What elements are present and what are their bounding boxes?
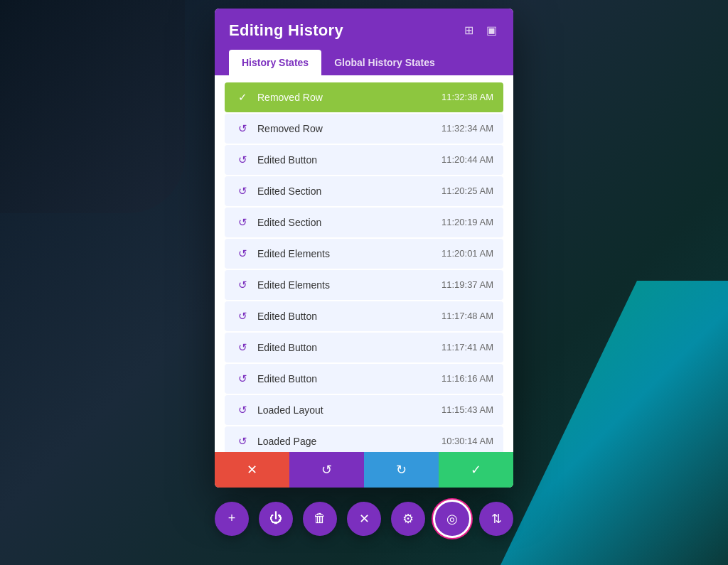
history-item[interactable]: ↺Edited Button11:17:48 AM [225,301,503,331]
item-time: 11:20:01 AM [441,248,493,259]
undo-icon: ↺ [235,402,250,418]
history-item[interactable]: ↺Edited Section11:20:25 AM [225,176,503,206]
panel-title: Editing History [229,21,343,40]
settings-toolbar-button[interactable]: ⚙ [391,502,425,536]
undo-icon: ↺ [235,340,250,355]
item-time: 11:20:19 AM [441,217,493,227]
add-toolbar-button[interactable]: + [215,502,249,536]
tab-history-states[interactable]: History States [229,50,321,75]
panel-container: Editing History ⊞ ▣ History States Globa… [215,9,513,536]
item-time: 11:20:44 AM [441,154,493,165]
history-item[interactable]: ↺Edited Section11:20:19 AM [225,208,503,237]
screenshot-icon[interactable]: ⊞ [461,23,476,38]
editing-history-panel: Editing History ⊞ ▣ History States Globa… [215,9,513,488]
redo-button[interactable]: ↻ [364,452,439,488]
item-label: Edited Elements [257,248,441,259]
power-toolbar-button[interactable]: ⏻ [259,502,293,536]
undo-icon: ↺ [235,152,250,168]
item-time: 11:32:34 AM [441,123,493,134]
history-item[interactable]: ↺Edited Button11:20:44 AM [225,145,503,175]
undo-icon: ↺ [235,215,250,230]
item-time: 11:32:38 AM [441,92,493,102]
sort-toolbar-button[interactable]: ⇅ [479,502,513,536]
panel-title-row: Editing History ⊞ ▣ [229,21,499,40]
columns-icon[interactable]: ▣ [483,23,499,38]
item-label: Loaded Page [257,436,441,447]
item-label: Edited Section [257,217,441,228]
trash-toolbar-button[interactable]: 🗑 [303,502,337,536]
check-icon: ✓ [235,90,250,105]
history-item[interactable]: ↺Edited Button11:16:16 AM [225,364,503,394]
item-label: Edited Button [257,154,441,166]
tabs: History States Global History States [229,50,499,75]
history-item[interactable]: ↺Removed Row11:32:34 AM [225,114,503,144]
confirm-button[interactable]: ✓ [439,452,513,488]
item-time: 11:15:43 AM [441,404,493,415]
item-label: Edited Button [257,373,441,384]
item-time: 11:16:16 AM [441,373,493,384]
item-label: Edited Button [257,311,441,322]
item-label: Loaded Layout [257,404,441,416]
item-time: 10:30:14 AM [441,436,493,446]
history-item[interactable]: ✓Removed Row11:32:38 AM [225,82,503,112]
item-label: Edited Button [257,342,441,353]
undo-icon: ↺ [235,277,250,293]
item-time: 11:17:48 AM [441,311,493,321]
item-time: 11:19:37 AM [441,279,493,290]
undo-icon: ↺ [235,308,250,324]
bg-dark-shape [0,0,185,213]
item-label: Edited Section [257,185,441,197]
item-label: Removed Row [257,123,441,134]
item-label: Edited Elements [257,279,441,291]
bottom-toolbar: +⏻🗑✕⚙◎⇅ [215,502,513,536]
item-label: Removed Row [257,92,441,103]
history-item[interactable]: ↺Loaded Page10:30:14 AM [225,426,503,452]
panel-header-icons: ⊞ ▣ [461,23,499,38]
undo-icon: ↺ [235,183,250,199]
undo-icon: ↺ [235,121,250,136]
history-item[interactable]: ↺Loaded Layout11:15:43 AM [225,395,503,425]
item-time: 11:20:25 AM [441,185,493,196]
history-item[interactable]: ↺Edited Button11:17:41 AM [225,333,503,362]
close-toolbar-button[interactable]: ✕ [347,502,381,536]
undo-button[interactable]: ↺ [289,452,364,488]
item-time: 11:17:41 AM [441,342,493,353]
undo-icon: ↺ [235,246,250,262]
history-item[interactable]: ↺Edited Elements11:20:01 AM [225,239,503,269]
history-list: ✓Removed Row11:32:38 AM↺Removed Row11:32… [215,75,513,452]
cancel-button[interactable]: ✕ [215,452,289,488]
tab-global-history-states[interactable]: Global History States [321,50,448,75]
panel-header: Editing History ⊞ ▣ History States Globa… [215,9,513,75]
undo-icon: ↺ [235,371,250,387]
history-item[interactable]: ↺Edited Elements11:19:37 AM [225,270,503,300]
undo-icon: ↺ [235,434,250,449]
history-toolbar-button[interactable]: ◎ [435,502,469,536]
panel-footer: ✕ ↺ ↻ ✓ [215,452,513,488]
